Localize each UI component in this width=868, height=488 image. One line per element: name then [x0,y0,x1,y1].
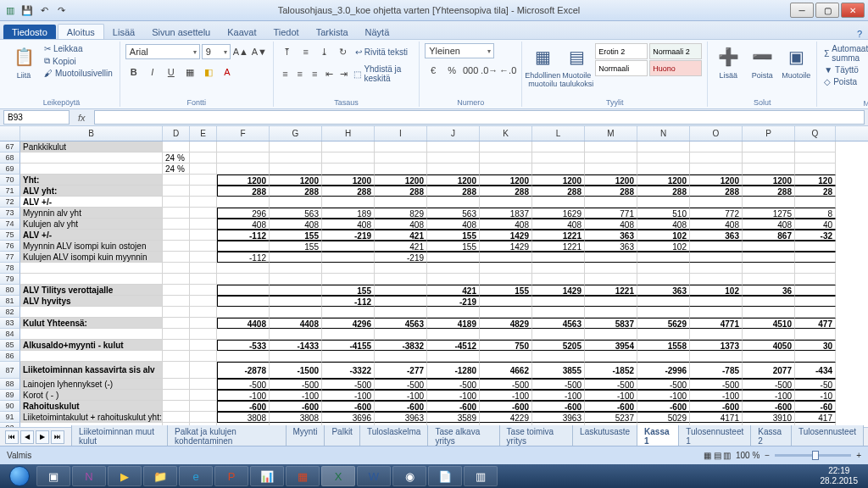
cell-J71[interactable]: 288 [427,186,480,197]
view-layout-icon[interactable]: ▤ [714,451,721,460]
cell-H69[interactable] [322,164,375,175]
row-header[interactable]: 91 [0,412,20,423]
percent-icon[interactable]: % [443,62,460,79]
col-header-N[interactable]: N [637,126,690,141]
zoom-slider[interactable] [775,454,851,457]
cell-K86[interactable] [480,351,532,362]
cell-O75[interactable]: 363 [690,230,743,241]
col-header-F[interactable]: F [217,126,270,141]
clear-button[interactable]: ◇Poista [822,76,868,87]
indent-dec-icon[interactable]: ⇤ [323,65,336,82]
cell-N85[interactable]: 1558 [637,340,690,351]
cell-O76[interactable] [690,241,743,252]
cell-I78[interactable] [375,263,427,274]
row-header[interactable]: 87 [0,362,20,379]
cell-I76[interactable]: 421 [375,241,427,252]
zoom-control[interactable]: 100 % − + [736,451,861,460]
cell-J83[interactable]: 4189 [427,318,480,329]
cell-M70[interactable]: 1200 [585,175,637,186]
sheet-tab[interactable]: Tase alkava yritys [427,425,499,448]
cell-O77[interactable] [690,252,743,263]
cell-M68[interactable] [585,152,637,164]
cell-D84[interactable] [163,329,190,340]
wrap-text-button[interactable]: ↩Rivitä teksti [353,47,409,58]
cell-J69[interactable] [427,164,480,175]
tab-view[interactable]: Näytä [357,25,398,39]
cell-K83[interactable]: 4829 [480,318,532,329]
cell-N78[interactable] [637,263,690,274]
cell-F81[interactable] [217,296,270,307]
tab-layout[interactable]: Sivun asettelu [143,25,219,39]
name-box[interactable]: B93 [3,110,70,125]
cell-L68[interactable] [532,152,585,164]
autosum-button[interactable]: ΣAutomaattinen summa [822,43,868,64]
taskbar-app[interactable]: 📊 [250,466,284,486]
cell-B83[interactable]: Kulut Yhteensä: [20,318,163,329]
cell-M79[interactable] [585,274,637,285]
cell-D70[interactable] [163,175,190,186]
cell-B86[interactable] [20,351,163,362]
cell-P68[interactable] [743,152,795,164]
minimize-button[interactable]: ─ [790,3,814,18]
cell-M90[interactable]: -600 [585,401,637,412]
fill-button[interactable]: ▼Täyttö [822,64,868,75]
cell-Q68[interactable] [795,152,836,164]
cell-O85[interactable]: 1373 [690,340,743,351]
sheet-nav-first[interactable]: ⏮ [5,430,19,444]
cell-G74[interactable]: 408 [270,219,322,230]
cell-Q75[interactable]: -32 [795,230,836,241]
cell-I73[interactable]: 829 [375,208,427,219]
cell-H74[interactable]: 408 [322,219,375,230]
cell-D91[interactable] [163,412,190,423]
cell-P69[interactable] [743,164,795,175]
cell-G71[interactable]: 288 [270,186,322,197]
row-header[interactable]: 85 [0,340,20,351]
cell-F68[interactable] [217,152,270,164]
cell-E90[interactable] [190,401,217,412]
cell-B69[interactable] [20,164,163,175]
cell-N79[interactable] [637,274,690,285]
cell-G83[interactable]: 4408 [270,318,322,329]
cell-E87[interactable] [190,362,217,379]
cell-K71[interactable]: 288 [480,186,532,197]
format-table-button[interactable]: ▤Muotoile taulukoksi [561,43,592,89]
sheet-tab[interactable]: Kassa 2 [750,425,792,448]
cell-N73[interactable]: 510 [637,208,690,219]
taskbar-excel[interactable]: X [321,466,355,486]
cell-O74[interactable]: 408 [690,219,743,230]
cell-I90[interactable]: -600 [375,401,427,412]
cell-F83[interactable]: 4408 [217,318,270,329]
cell-O71[interactable]: 288 [690,186,743,197]
cell-D79[interactable] [163,274,190,285]
cell-K67[interactable] [480,141,532,152]
cell-J84[interactable] [427,329,480,340]
row-header[interactable]: 77 [0,252,20,263]
row-header[interactable]: 84 [0,329,20,340]
cell-F67[interactable] [217,141,270,152]
undo-icon[interactable]: ↶ [37,3,51,17]
cell-M67[interactable] [585,141,637,152]
cell-H83[interactable]: 4296 [322,318,375,329]
cell-N68[interactable] [637,152,690,164]
cell-G87[interactable]: -1500 [270,362,322,379]
cell-B77[interactable]: Kulujen ALV isompi kuin myynnin [20,252,163,263]
cell-L90[interactable]: -600 [532,401,585,412]
sheet-tab[interactable]: Laskutusaste [572,425,637,448]
cell-N81[interactable] [637,296,690,307]
cell-I80[interactable] [375,285,427,296]
taskbar-app[interactable]: N [72,466,106,486]
cell-K74[interactable]: 408 [480,219,532,230]
cell-E73[interactable] [190,208,217,219]
cell-O86[interactable] [690,351,743,362]
sheet-nav-prev[interactable]: ◀ [20,430,34,444]
indent-inc-icon[interactable]: ⇥ [337,65,350,82]
cell-M75[interactable]: 363 [585,230,637,241]
cell-L85[interactable]: 5205 [532,340,585,351]
cell-F78[interactable] [217,263,270,274]
cell-M88[interactable]: -500 [585,379,637,390]
cell-F89[interactable]: -100 [217,390,270,401]
cell-F70[interactable]: 1200 [217,175,270,186]
cell-H77[interactable] [322,252,375,263]
cell-Q85[interactable]: 30 [795,340,836,351]
cell-P83[interactable]: 4510 [743,318,795,329]
